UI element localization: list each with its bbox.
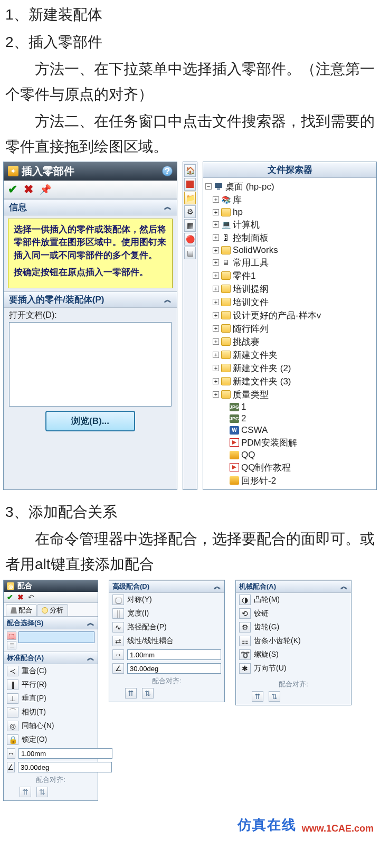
tab-analysis[interactable]: 分析 <box>37 604 68 616</box>
expander-icon[interactable]: − <box>205 183 212 190</box>
align-same-icon[interactable]: ⇈ <box>20 787 31 797</box>
expander-icon[interactable]: + <box>213 221 219 228</box>
mate-option[interactable]: ∿路径配合(P) <box>109 620 224 634</box>
tree-node[interactable]: +PDM安装图解 <box>203 436 374 449</box>
expander-icon[interactable]: + <box>213 312 219 318</box>
tree-node[interactable]: +新建文件夹 (3) <box>203 375 374 388</box>
tree-node[interactable]: +新建文件夹 (2) <box>203 362 374 375</box>
tree-node[interactable]: +JPG2 <box>203 413 374 424</box>
expander-icon[interactable]: + <box>213 299 219 305</box>
mate-option[interactable]: ⇄线性/线性耦合 <box>109 634 224 648</box>
mate-option[interactable]: ⌒相切(T) <box>4 705 98 719</box>
expander-icon[interactable]: + <box>213 365 219 371</box>
collapse-icon[interactable]: ︽ <box>87 618 94 628</box>
mate-option[interactable]: ⊥垂直(P) <box>4 692 98 705</box>
expander-icon[interactable]: + <box>213 272 219 279</box>
align-same-icon[interactable]: ⇈ <box>125 688 137 699</box>
expander-icon[interactable]: + <box>213 378 219 384</box>
cancel-icon[interactable]: ✖ <box>24 183 33 196</box>
collapse-icon[interactable]: ︽ <box>214 582 221 591</box>
tree-node[interactable]: +📚库 <box>203 193 374 206</box>
tree-node[interactable]: +🖥常用工具 <box>203 256 374 269</box>
mate-option[interactable]: ≺重合(C) <box>4 664 98 678</box>
cancel-icon[interactable]: ✖ <box>17 593 24 601</box>
expander-icon[interactable]: + <box>213 259 219 266</box>
tree-node[interactable]: +随行阵列 <box>203 322 374 335</box>
mate-option[interactable]: ⟲铰链 <box>236 607 351 620</box>
view-palette-icon[interactable]: ▦ <box>184 219 196 232</box>
tree-node[interactable]: +挑战赛 <box>203 335 374 348</box>
info-section-header[interactable]: 信息 ︽ <box>4 199 177 215</box>
collapse-icon[interactable]: ︽ <box>340 582 348 591</box>
advanced-mates-header[interactable]: 高级配合(D) ︽ <box>109 580 224 593</box>
collapse-icon[interactable]: ︽ <box>164 295 172 305</box>
expander-icon[interactable]: + <box>213 338 219 345</box>
angle-input[interactable] <box>18 762 112 772</box>
standard-mates-header[interactable]: 标准配合(A) ︽ <box>4 652 98 664</box>
tree-node[interactable]: +💻计算机 <box>203 218 374 231</box>
mate-option[interactable]: ∥平行(R) <box>4 678 98 692</box>
tree-node[interactable]: +SolidWorks <box>203 244 374 256</box>
align-opposite-icon[interactable]: ⇅ <box>142 688 154 699</box>
document-list[interactable] <box>9 322 172 407</box>
pin-icon[interactable]: 📌 <box>40 184 51 195</box>
align-same-icon[interactable]: ⇈ <box>252 691 263 702</box>
tree-root[interactable]: − 桌面 (hp-pc) <box>203 180 374 193</box>
tree-node[interactable]: +设计更好的产品-样本v <box>203 309 374 322</box>
mate-option[interactable]: ➰螺旋(S) <box>236 648 351 662</box>
custom-props-icon[interactable]: ▤ <box>184 247 196 259</box>
tab-mate[interactable]: 配合 <box>6 604 37 616</box>
distance-input[interactable] <box>127 649 221 660</box>
tree-node[interactable]: +hp <box>203 206 374 218</box>
expander-icon[interactable]: + <box>213 325 219 332</box>
tree-node[interactable]: +培训文件 <box>203 296 374 309</box>
tree-node[interactable]: +质量类型 <box>203 388 374 401</box>
mate-option[interactable]: ▢对称(Y) <box>109 593 224 607</box>
tree-node[interactable]: +QQ <box>203 449 374 461</box>
mate-option[interactable]: 🔒锁定(O) <box>4 733 98 747</box>
sw-resources-icon[interactable]: ⚙ <box>184 205 196 218</box>
distance-input[interactable] <box>18 748 112 759</box>
entity-filter-icon[interactable]: ⬚ <box>7 631 16 640</box>
tree-node[interactable]: +WCSWA <box>203 424 374 436</box>
tree-node[interactable]: +培训提纲 <box>203 282 374 296</box>
tree-node[interactable]: +零件1 <box>203 269 374 282</box>
mate-option[interactable]: ⚙齿轮(G) <box>236 620 351 634</box>
home-icon[interactable]: 🏠 <box>184 164 196 177</box>
expander-icon[interactable]: + <box>213 247 219 253</box>
mechanical-mates-header[interactable]: 机械配合(A) ︽ <box>236 580 351 593</box>
mate-option[interactable]: ⚏齿条小齿轮(K) <box>236 634 351 648</box>
mate-option[interactable]: ◎同轴心(N) <box>4 719 98 733</box>
collapse-icon[interactable]: ︽ <box>164 202 172 212</box>
help-icon[interactable]: ? <box>162 166 173 176</box>
tree-node[interactable]: +🎛控制面板 <box>203 231 374 244</box>
browse-button[interactable]: 浏览(B)... <box>45 411 135 431</box>
align-opposite-icon[interactable]: ⇅ <box>269 691 280 702</box>
expander-icon[interactable]: + <box>213 286 219 292</box>
align-opposite-icon[interactable]: ⇅ <box>36 787 48 797</box>
parts-section-header[interactable]: 要插入的零件/装配体(P) ︽ <box>4 291 177 308</box>
tree-node[interactable]: +QQ制作教程 <box>203 461 374 474</box>
mate-option[interactable]: ◑凸轮(M) <box>236 593 351 607</box>
collapse-icon[interactable]: ︽ <box>87 653 94 663</box>
expander-icon[interactable]: + <box>213 209 219 215</box>
tree-node[interactable]: +新建文件夹 <box>203 348 374 362</box>
mate-selection-header[interactable]: 配合选择(S) ︽ <box>4 617 98 629</box>
solidworks-icon[interactable] <box>184 178 196 191</box>
expander-icon[interactable]: + <box>213 234 219 241</box>
expander-icon[interactable]: + <box>213 391 219 398</box>
tree-node[interactable]: +回形针-2 <box>203 474 374 487</box>
multi-mate-icon[interactable]: ≣ <box>7 641 16 649</box>
mate-option[interactable]: ✱万向节(U) <box>236 662 351 675</box>
selection-list[interactable] <box>18 631 94 643</box>
ok-icon[interactable]: ✔ <box>8 183 17 196</box>
ok-icon[interactable]: ✔ <box>7 593 13 601</box>
angle-input[interactable] <box>127 663 221 674</box>
tree-node[interactable]: +JPG1 <box>203 401 374 413</box>
folder-icon[interactable]: 📁 <box>184 192 196 204</box>
appearances-icon[interactable]: 🔴 <box>184 233 196 246</box>
expander-icon[interactable]: + <box>213 352 219 358</box>
undo-icon[interactable]: ↶ <box>28 593 34 601</box>
mate-option[interactable]: ‖宽度(I) <box>109 607 224 620</box>
expander-icon[interactable]: + <box>213 196 219 203</box>
